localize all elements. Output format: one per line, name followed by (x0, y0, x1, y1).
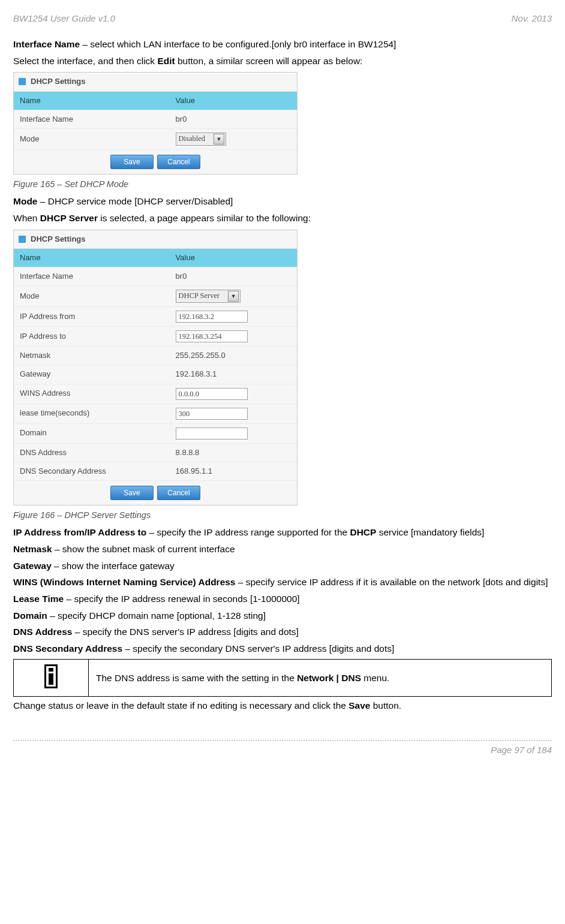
definition: – specify service IP address if it is av… (236, 577, 548, 587)
text: service [mandatory fields] (376, 527, 484, 537)
cancel-button[interactable]: Cancel (157, 155, 200, 169)
info-box: The DNS address is same with the setting… (13, 659, 552, 697)
row-label: Gateway (14, 365, 170, 383)
term: Interface Name (13, 39, 80, 49)
row-value: 192.168.3.1 (170, 365, 297, 383)
row-label: Interface Name (14, 110, 170, 128)
body-text: IP Address from/IP Address to – specify … (13, 526, 552, 539)
figure-caption: Figure 165 – Set DHCP Mode (13, 178, 552, 190)
panel-title-text: DHCP Settings (31, 234, 86, 245)
wins-input[interactable]: 0.0.0.0 (176, 388, 248, 400)
table-header: Name Value (14, 249, 297, 267)
button-row: Save Cancel (14, 149, 297, 174)
term: Network | DNS (297, 673, 361, 683)
col-name: Name (14, 249, 170, 267)
body-text: When DHCP Server is selected, a page app… (13, 212, 552, 225)
row-value: br0 (170, 267, 297, 285)
row-label: IP Address to (14, 327, 170, 345)
page-header: BW1254 User Guide v1.0 Nov. 2013 (13, 12, 552, 25)
text: menu. (361, 673, 389, 683)
lease-time-input[interactable]: 300 (176, 408, 248, 420)
row-value: 168.95.1.1 (170, 462, 297, 480)
col-value: Value (170, 92, 297, 110)
col-value: Value (170, 249, 297, 267)
definition: – specify the secondary DNS server's IP … (122, 643, 394, 654)
table-row: Interface Name br0 (14, 110, 297, 128)
term: Edit (157, 56, 175, 66)
table-header: Name Value (14, 92, 297, 110)
chevron-down-icon: ▼ (214, 134, 224, 145)
definition: – DHCP service mode [DHCP server/Disable… (37, 196, 233, 206)
header-left: BW1254 User Guide v1.0 (13, 12, 115, 25)
table-row: IP Address from 192.168.3.2 (14, 306, 297, 326)
definition: – show the subnet mask of current interf… (52, 544, 235, 554)
text: button, a similar screen will appear as … (175, 56, 363, 66)
term: IP Address from/IP Address to (13, 527, 146, 537)
info-text-cell: The DNS address is same with the setting… (89, 659, 552, 697)
page-number: Page 97 of 184 (491, 745, 552, 755)
definition: – specify the DNS server's IP address [d… (72, 627, 298, 637)
row-label: IP Address from (14, 308, 170, 326)
panel-title: DHCP Settings (14, 230, 297, 249)
term: Save (348, 700, 370, 711)
dhcp-settings-panel-166: DHCP Settings Name Value Interface Name … (13, 230, 297, 505)
row-label: Domain (14, 424, 170, 442)
page-footer: Page 97 of 184 (13, 740, 552, 756)
table-row: WINS Address 0.0.0.0 (14, 384, 297, 404)
body-text: Lease Time – specify the IP address rene… (13, 592, 552, 606)
term: DHCP (350, 527, 376, 537)
mode-select[interactable]: Disabled ▼ (176, 133, 226, 146)
term: WINS (Windows Internet Naming Service) A… (13, 577, 236, 587)
definition: – specify DHCP domain name [optional, 1-… (47, 610, 266, 621)
body-text: Mode – DHCP service mode [DHCP server/Di… (13, 195, 552, 208)
panel-icon (19, 236, 26, 243)
table-row: Mode Disabled ▼ (14, 128, 297, 149)
table-row: Interface Name br0 (14, 267, 297, 285)
ip-to-input[interactable]: 192.168.3.254 (176, 330, 248, 342)
select-value: Disabled (179, 134, 205, 145)
header-right: Nov. 2013 (512, 12, 552, 25)
definition: – specify the IP address renewal in seco… (64, 594, 300, 604)
mode-select[interactable]: DHCP Server ▼ (176, 290, 241, 303)
term: DNS Secondary Address (13, 643, 122, 654)
panel-icon (19, 78, 26, 85)
row-value: 255.255.255.0 (170, 347, 297, 365)
info-icon-cell (14, 659, 89, 697)
definition: – show the interface gateway (52, 561, 175, 571)
term: Mode (13, 196, 37, 206)
table-row: Domain (14, 423, 297, 443)
text: When (13, 213, 40, 223)
term: Gateway (13, 561, 52, 571)
row-label: Interface Name (14, 267, 170, 285)
table-row: lease time(seconds) 300 (14, 404, 297, 423)
info-icon (44, 664, 58, 688)
select-value: DHCP Server (179, 291, 220, 302)
row-label: Netmask (14, 347, 170, 365)
text: Select the interface, and then click (13, 56, 157, 66)
term: Domain (13, 610, 47, 621)
ip-from-input[interactable]: 192.168.3.2 (176, 311, 248, 323)
text: – specify the IP address range supported… (146, 527, 350, 537)
term: DNS Address (13, 627, 72, 637)
cancel-button[interactable]: Cancel (157, 486, 200, 500)
term: Netmask (13, 544, 52, 554)
domain-input[interactable] (176, 428, 248, 440)
body-text: WINS (Windows Internet Naming Service) A… (13, 576, 552, 589)
table-row: IP Address to 192.168.3.254 (14, 326, 297, 346)
panel-title-text: DHCP Settings (31, 76, 86, 87)
body-text: Interface Name – select which LAN interf… (13, 38, 552, 51)
body-text: Change status or leave in the default st… (13, 699, 552, 712)
col-name: Name (14, 92, 170, 110)
term: DHCP Server (40, 213, 98, 223)
text: The DNS address is same with the setting… (96, 673, 297, 683)
row-label: WINS Address (14, 384, 170, 402)
body-text: DNS Secondary Address – specify the seco… (13, 642, 552, 655)
body-text: Select the interface, and then click Edi… (13, 55, 552, 68)
body-text: Gateway – show the interface gateway (13, 559, 552, 573)
table-row: Gateway 192.168.3.1 (14, 365, 297, 383)
row-label: DNS Secondary Address (14, 462, 170, 480)
figure-caption: Figure 166 – DHCP Server Settings (13, 509, 552, 521)
text: Change status or leave in the default st… (13, 700, 348, 711)
save-button[interactable]: Save (110, 486, 154, 500)
save-button[interactable]: Save (110, 155, 154, 169)
